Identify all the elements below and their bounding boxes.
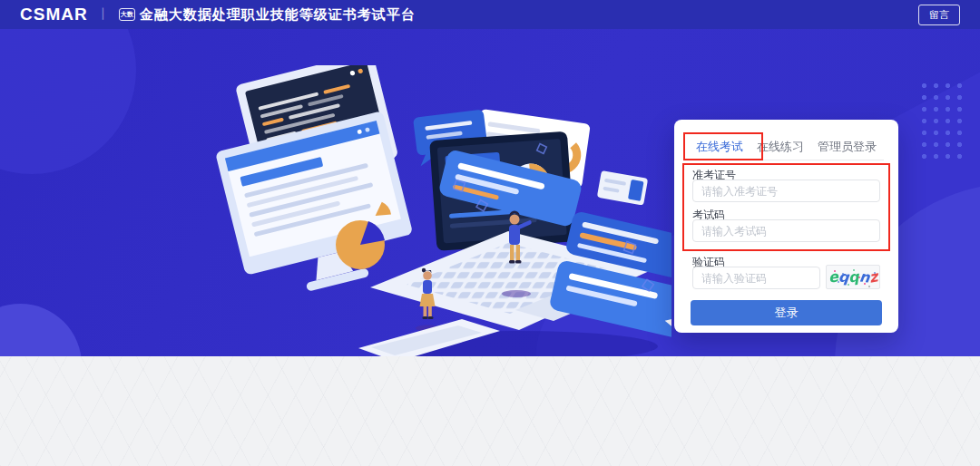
captcha-input[interactable] xyxy=(692,267,820,289)
exam-code-input[interactable] xyxy=(692,219,880,242)
top-header: CSMAR 丨 大数 金融大数据处理职业技能等级证书考试平台 留言 xyxy=(0,0,980,29)
bottom-section: 通知公告 / Notice 查看全部 ≫ 11111 【2021-11-03 1… xyxy=(0,356,980,466)
decor-blob-topleft xyxy=(0,29,136,174)
captcha-char: z xyxy=(868,269,879,285)
login-tabs: 在线考试 在线练习 管理员登录 xyxy=(689,137,884,160)
message-button[interactable]: 留言 xyxy=(918,5,960,25)
hero-banner: 在线考试 在线练习 管理员登录 准考证号 考试码 验证码 e q q n z 登… xyxy=(0,29,980,356)
login-button[interactable]: 登录 xyxy=(691,300,882,325)
tab-online-practice[interactable]: 在线练习 xyxy=(757,137,804,160)
decor-dots-grid xyxy=(918,80,966,163)
captcha-image[interactable]: e q q n z xyxy=(826,265,880,289)
platform-badge-icon: 大数 xyxy=(119,8,135,21)
card-tag xyxy=(597,170,648,206)
admission-number-input[interactable] xyxy=(692,180,880,202)
decor-blob-bottomleft xyxy=(0,304,82,356)
csmar-logo: CSMAR xyxy=(20,5,88,24)
platform-title: 金融大数据处理职业技能等级证书考试平台 xyxy=(140,6,416,24)
tab-online-exam[interactable]: 在线考试 xyxy=(696,137,743,160)
login-card: 在线考试 在线练习 管理员登录 准考证号 考试码 验证码 e q q n z 登… xyxy=(674,120,898,333)
hero-illustration xyxy=(150,65,671,356)
logo-divider: 丨 xyxy=(97,6,110,23)
tab-admin-login[interactable]: 管理员登录 xyxy=(818,137,877,160)
